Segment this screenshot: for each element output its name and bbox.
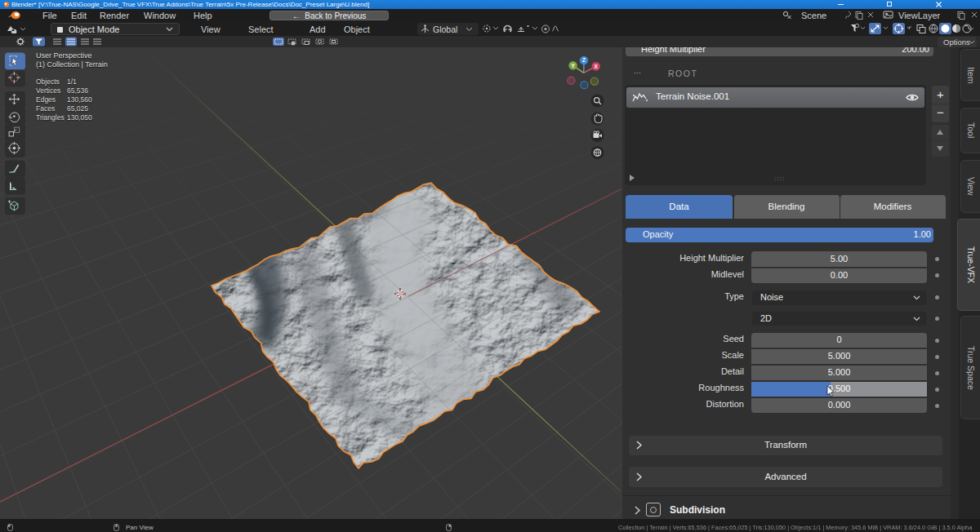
- svg-text:Y: Y: [571, 63, 575, 69]
- svg-text:X: X: [595, 64, 599, 69]
- svg-text:Z: Z: [582, 57, 586, 63]
